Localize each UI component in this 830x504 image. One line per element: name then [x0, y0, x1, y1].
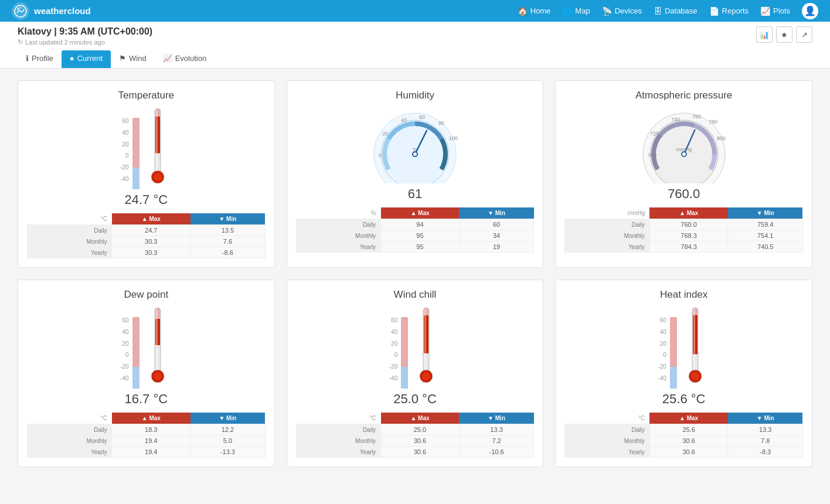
table-row: Monthly 30.6 7.2	[296, 435, 534, 447]
widget-grid: Temperature 6040200-20-40 24.7 °C	[18, 80, 812, 467]
row-min-2: 19	[459, 241, 534, 253]
updated-text: Last updated 2 minutes ago	[25, 39, 105, 46]
blue-bar	[670, 367, 677, 389]
tab-current[interactable]: ● Current	[62, 50, 111, 68]
svg-text:0: 0	[379, 152, 382, 158]
favorite-button[interactable]: ★	[776, 26, 792, 43]
nav-map-label: Map	[575, 6, 590, 15]
unit-header: °C	[565, 413, 649, 424]
row-max-1: 95	[381, 230, 460, 241]
min-header: ▼ Min	[728, 413, 803, 424]
svg-point-1	[17, 8, 19, 10]
table-row: Monthly 19.4 5.0	[28, 435, 266, 447]
row-max-0: 24.7	[112, 225, 191, 236]
widget-title-humidity: Humidity	[296, 90, 535, 101]
widget-windchill: Wind chill 6040200-20-40 25.0 °C	[287, 280, 544, 467]
min-header: ▼ Min	[459, 207, 534, 219]
navbar: weathercloud 🏠 Home 🌐 Map 📡 Devices 🗄 Da…	[0, 0, 830, 22]
row-min-0: 12.2	[191, 424, 266, 435]
max-header: ▲ Max	[381, 413, 460, 424]
pink-bar	[401, 317, 408, 367]
row-label-1: Monthly	[296, 230, 380, 241]
share-button[interactable]: ↗	[796, 26, 812, 43]
station-time-sep: |	[54, 26, 59, 36]
thermometer-display: 6040200-20-40	[296, 307, 535, 389]
row-min-2: -8.6	[191, 247, 266, 258]
nav-database[interactable]: 🗄 Database	[654, 6, 698, 16]
table-row: Yearly 95 19	[296, 241, 534, 253]
stats-button[interactable]: 📊	[756, 26, 773, 43]
row-label-0: Daily	[296, 219, 380, 230]
table-row: Daily 24.7 13.5	[28, 225, 266, 236]
row-min-2: -13.3	[191, 447, 266, 458]
nav-home[interactable]: 🏠 Home	[518, 6, 551, 16]
row-label-0: Daily	[565, 219, 649, 230]
nav-links: 🏠 Home 🌐 Map 📡 Devices 🗄 Database 📄 Repo…	[518, 3, 818, 19]
data-table-humidity: % ▲ Max ▼ Min Daily 94 60 Monthly 95 34 …	[296, 207, 535, 253]
svg-text:800: 800	[717, 135, 726, 141]
svg-text:40: 40	[401, 117, 407, 123]
row-label-1: Monthly	[565, 230, 649, 241]
tab-navigation: ℹ Profile ● Current ⚑ Wind 📈 Evolution	[18, 50, 812, 68]
widget-pressure: Atmospheric pressure 700 720 740 760 780…	[555, 80, 812, 268]
row-label-1: Monthly	[565, 435, 649, 447]
svg-point-43	[422, 372, 430, 380]
row-max-2: 95	[381, 241, 460, 253]
row-label-0: Daily	[28, 424, 112, 435]
max-header: ▲ Max	[649, 207, 728, 219]
tab-profile-label: Profile	[32, 54, 53, 63]
thermo-scale: 6040200-20-40	[658, 317, 666, 389]
table-row: Yearly 30.6 -10.6	[296, 447, 534, 458]
widget-value: 24.7 °C	[27, 192, 266, 207]
thermo-scale: 6040200-20-40	[389, 317, 397, 389]
thermometer-display: 6040200-20-40	[27, 307, 266, 389]
nav-reports[interactable]: 📄 Reports	[709, 6, 749, 16]
data-table-dewpoint: °C ▲ Max ▼ Min Daily 18.3 12.2 Monthly 1…	[27, 413, 266, 458]
thermometer-display: 6040200-20-40	[27, 107, 266, 189]
nav-database-label: Database	[665, 6, 698, 15]
row-max-1: 30.6	[381, 435, 460, 447]
blue-bar	[132, 168, 140, 189]
svg-text:760: 760	[692, 114, 701, 120]
row-min-0: 13.3	[459, 424, 534, 435]
widget-heatindex: Heat index 6040200-20-40 25.6 °C	[555, 280, 812, 467]
table-row: Monthly 30.3 7.6	[28, 236, 266, 247]
page-header: Klatovy | 9:35 AM (UTC+00:00) ↻ Last upd…	[0, 22, 830, 69]
row-min-2: -10.6	[459, 447, 534, 458]
nav-map[interactable]: 🌐 Map	[562, 6, 590, 16]
humidity-gauge: 0 20 40 60 80 100 %	[296, 107, 535, 183]
brand-name: weathercloud	[34, 6, 91, 16]
row-min-1: 7.8	[728, 435, 803, 447]
svg-point-7	[154, 173, 162, 181]
widget-title-temperature: Temperature	[27, 90, 266, 101]
nav-devices[interactable]: 📡 Devices	[602, 6, 642, 16]
max-header: ▲ Max	[381, 207, 460, 219]
row-min-0: 759.4	[728, 219, 803, 230]
widget-title-pressure: Atmospheric pressure	[564, 90, 803, 101]
svg-text:780: 780	[709, 119, 717, 125]
unit-header: °C	[296, 413, 380, 424]
svg-rect-50	[693, 309, 695, 370]
nav-devices-label: Devices	[615, 6, 642, 15]
table-row: Daily 94 60	[296, 219, 534, 230]
nav-plots[interactable]: 📈 Plots	[760, 6, 790, 16]
plots-icon: 📈	[760, 6, 770, 16]
tab-evolution-label: Evolution	[175, 54, 206, 63]
row-max-0: 18.3	[112, 424, 191, 435]
row-label-2: Yearly	[28, 447, 112, 458]
row-label-2: Yearly	[565, 447, 649, 458]
svg-text:700: 700	[648, 152, 656, 158]
row-max-0: 25.0	[381, 424, 460, 435]
svg-text:20: 20	[382, 131, 388, 137]
tab-evolution[interactable]: 📈 Evolution	[155, 50, 215, 68]
min-header: ▼ Min	[459, 413, 534, 424]
row-min-1: 7.2	[459, 435, 534, 447]
tab-profile[interactable]: ℹ Profile	[18, 50, 62, 68]
unit-header: mmHg	[565, 207, 649, 219]
user-avatar[interactable]: 👤	[802, 3, 818, 19]
brand: weathercloud	[12, 2, 91, 20]
row-max-2: 30.6	[649, 447, 728, 458]
tab-wind[interactable]: ⚑ Wind	[111, 50, 155, 68]
thermo-bars	[132, 118, 140, 189]
thermo-scale: 6040200-20-40	[120, 317, 128, 389]
